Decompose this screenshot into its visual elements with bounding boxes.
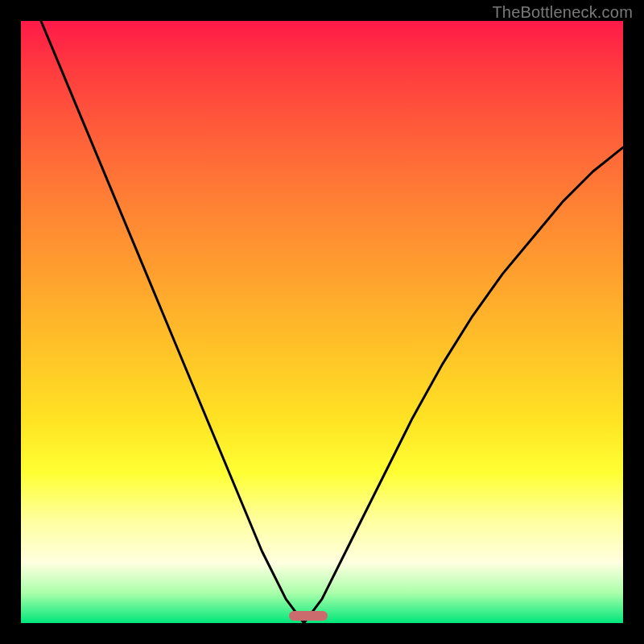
curve-path — [21, 21, 623, 623]
watermark-text: TheBottleneck.com — [492, 3, 633, 22]
bottleneck-curve — [21, 21, 623, 623]
optimal-range-marker — [289, 611, 328, 621]
plot-frame — [21, 21, 623, 623]
